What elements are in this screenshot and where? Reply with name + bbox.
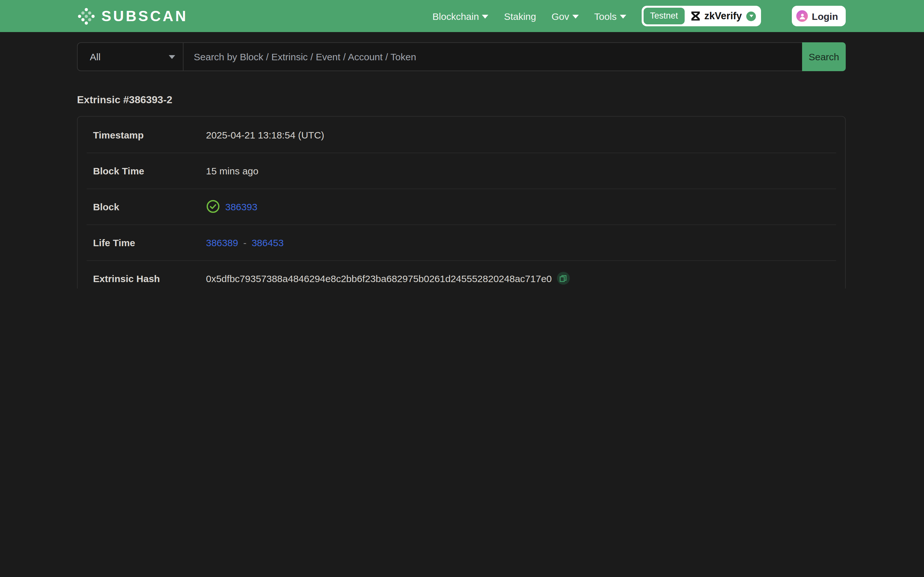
zkverify-logo-icon	[690, 11, 700, 21]
detail-row-block-time: Block Time 15 mins ago	[78, 153, 845, 189]
row-label: Timestamp	[93, 129, 206, 140]
subscan-extrinsic-page: SUBSCAN Blockchain Staking Gov Tools Tes…	[0, 0, 924, 288]
nav-gov-label: Gov	[551, 11, 569, 21]
row-label: Life Time	[93, 237, 206, 248]
chevron-down-icon	[620, 15, 626, 19]
row-label: Block	[93, 201, 206, 212]
life-time-separator: -	[243, 237, 246, 248]
login-button[interactable]: Login	[792, 6, 846, 26]
nav-gov[interactable]: Gov	[551, 11, 579, 21]
network-chevron-icon	[746, 11, 756, 21]
chevron-down-icon	[169, 55, 175, 59]
network-env-badge: Testnet	[644, 8, 684, 24]
detail-row-life-time: Life Time 386389 - 386453	[78, 224, 845, 260]
life-time-from-link[interactable]: 386389	[206, 237, 238, 248]
main-nav: Blockchain Staking Gov Tools	[433, 11, 626, 21]
brand-name: SUBSCAN	[102, 7, 188, 25]
life-time-to-link[interactable]: 386453	[252, 237, 284, 248]
user-avatar-icon	[796, 10, 808, 22]
check-circle-icon	[206, 199, 220, 213]
nav-blockchain[interactable]: Blockchain	[433, 11, 489, 21]
extrinsic-hash-value: 0x5dfbc79357388a4846294e8c2bb6f23ba68297…	[206, 273, 552, 284]
nav-staking[interactable]: Staking	[504, 11, 536, 21]
search-button[interactable]: Search	[802, 42, 846, 71]
nav-staking-label: Staking	[504, 11, 536, 21]
subscan-logo-icon	[78, 7, 95, 25]
row-label: Block Time	[93, 165, 206, 176]
copy-icon	[560, 275, 567, 282]
search-filter-select[interactable]: All	[78, 43, 184, 71]
block-number-link[interactable]: 386393	[225, 201, 257, 212]
copy-hash-button[interactable]	[557, 272, 570, 285]
chevron-down-icon	[482, 15, 489, 19]
subscan-logo[interactable]: SUBSCAN	[78, 7, 188, 25]
login-label: Login	[812, 11, 838, 21]
app-header: SUBSCAN Blockchain Staking Gov Tools Tes…	[0, 0, 924, 32]
global-search-bar: All Search	[77, 42, 846, 71]
nav-blockchain-label: Blockchain	[433, 11, 479, 21]
search-filter-value: All	[90, 51, 100, 62]
nav-tools[interactable]: Tools	[594, 11, 626, 21]
network-switcher[interactable]: Testnet zkVerify	[642, 6, 761, 26]
search-input[interactable]	[184, 43, 802, 71]
detail-row-extrinsic-hash: Extrinsic Hash 0x5dfbc79357388a4846294e8…	[78, 260, 845, 288]
page-title: Extrinsic #386393-2	[77, 94, 172, 106]
timestamp-value: 2025-04-21 13:18:54 (UTC)	[206, 129, 325, 140]
detail-row-block: Block 386393	[78, 189, 845, 224]
network-chain-name: zkVerify	[704, 10, 742, 22]
block-time-value: 15 mins ago	[206, 165, 258, 176]
detail-row-timestamp: Timestamp 2025-04-21 13:18:54 (UTC)	[78, 117, 845, 153]
extrinsic-detail-card: Timestamp 2025-04-21 13:18:54 (UTC) Bloc…	[77, 116, 846, 288]
nav-tools-label: Tools	[594, 11, 617, 21]
chevron-down-icon	[572, 15, 579, 19]
row-label: Extrinsic Hash	[93, 273, 206, 284]
